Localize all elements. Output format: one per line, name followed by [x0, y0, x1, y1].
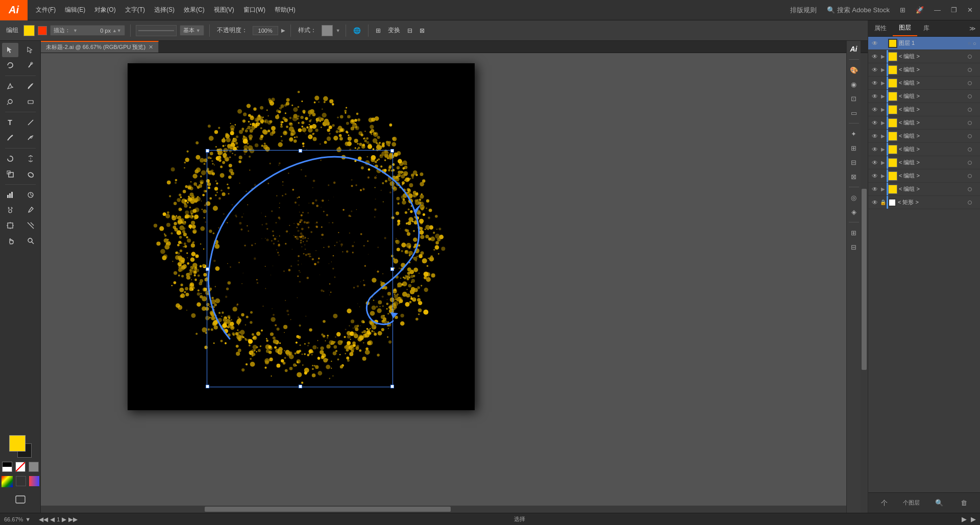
layer-4-dot[interactable] — [968, 108, 972, 112]
layer-10-eye[interactable]: 👁 — [870, 185, 879, 194]
layer-8-eye[interactable]: 👁 — [870, 158, 879, 167]
layer-9-eye[interactable]: 👁 — [870, 171, 879, 181]
canvas-scroll-v[interactable] — [861, 53, 868, 506]
warp-icon[interactable]: ⊟ — [405, 27, 414, 34]
brushes-icon[interactable]: ⊡ — [848, 92, 860, 105]
horizontal-scroll-thumb[interactable] — [205, 507, 451, 512]
opacity-input[interactable] — [253, 26, 278, 35]
vertical-scroll-thumb[interactable] — [862, 189, 867, 370]
layer-6-expand[interactable]: ▶ — [879, 132, 887, 141]
layer-item-7[interactable]: 👁 ▶ < 编组 > — [868, 143, 980, 156]
transform-icon2[interactable]: ⊠ — [848, 170, 860, 183]
screen-mode-btn[interactable] — [12, 492, 29, 507]
direct-selection-tool[interactable] — [22, 43, 39, 57]
layer-1-dot2[interactable] — [974, 68, 978, 72]
close-icon[interactable]: ✕ — [964, 4, 976, 16]
layer-2-dot[interactable] — [968, 81, 972, 85]
layers-tab[interactable]: 图层 — [893, 20, 917, 36]
warp-tool[interactable] — [22, 167, 39, 181]
type-tool[interactable]: T — [2, 115, 18, 130]
graphic-styles-icon[interactable]: ◈ — [848, 206, 860, 218]
slice-tool[interactable] — [22, 218, 39, 233]
main-layer-target[interactable]: ○ — [966, 40, 973, 47]
layer-6-eye[interactable]: 👁 — [870, 132, 879, 141]
layer-2-expand[interactable]: ▶ — [879, 79, 887, 88]
symbol-tool[interactable] — [2, 203, 18, 217]
data-graph-tool[interactable] — [22, 188, 39, 202]
rocket-icon[interactable]: 🚀 — [913, 4, 927, 16]
layer-item-4[interactable]: 👁 ▶ < 编组 > — [868, 103, 980, 116]
stroke-line-preview[interactable] — [136, 25, 177, 36]
layer-item-1[interactable]: 👁 ▶ < 编组 > — [868, 63, 980, 77]
search-layers-btn[interactable]: 🔍 — [933, 497, 945, 509]
layer-1-dot[interactable] — [968, 68, 972, 72]
menu-help[interactable]: 帮助(H) — [271, 4, 300, 16]
layer-4-dot2[interactable] — [974, 108, 978, 112]
layer-item-8[interactable]: 👁 ▶ < 编组 > — [868, 156, 980, 169]
fg-color-swatch[interactable] — [9, 435, 26, 452]
layer-7-expand[interactable]: ▶ — [879, 145, 887, 154]
layer-11-eye[interactable]: 👁 — [870, 198, 879, 207]
delete-layer-btn[interactable]: 🗑 — [959, 497, 969, 509]
layer-5-eye[interactable]: 👁 — [870, 118, 879, 128]
none-icon[interactable] — [16, 476, 26, 486]
layer-9-dot[interactable] — [968, 174, 972, 178]
layer-2-eye[interactable]: 👁 — [870, 79, 879, 88]
eraser-tool[interactable] — [22, 94, 39, 109]
swap-colors-icon[interactable] — [15, 462, 26, 472]
stroke-dropdown[interactable]: 描边： ▼ 0 px ▲▼ — [50, 25, 125, 36]
menu-window[interactable]: 窗口(W) — [239, 4, 270, 16]
rotate-tool[interactable] — [2, 152, 18, 166]
next-page-btn[interactable]: ▶▶ — [68, 516, 78, 523]
stroke-style-dropdown[interactable]: 基本 ▼ — [180, 25, 204, 36]
main-layer-item[interactable]: 👁 图层 1 ○ ○ — [868, 37, 980, 50]
paintbrush-tool[interactable] — [2, 131, 18, 145]
minimize-icon[interactable]: — — [931, 4, 944, 16]
panel-collapse-btn[interactable]: ≫ — [965, 25, 980, 32]
grid-view-icon[interactable]: ⊞ — [848, 227, 860, 239]
arrange-icon[interactable]: 排版规则 — [787, 4, 820, 17]
menu-object[interactable]: 对象(O) — [90, 4, 119, 16]
layer-11-lock[interactable]: 🔒 — [879, 198, 887, 207]
graph-tool[interactable] — [2, 188, 18, 202]
layer-0-dot2[interactable] — [974, 55, 978, 59]
grid-icon[interactable]: ⊞ — [897, 4, 909, 16]
blob-brush-tool[interactable] — [2, 94, 18, 109]
hand-tool[interactable] — [2, 234, 18, 248]
group-icon[interactable]: ⊠ — [418, 27, 427, 34]
canvas-scroll-h[interactable] — [41, 506, 861, 513]
layer-11-dot2[interactable] — [974, 201, 978, 205]
prev-page-btn[interactable]: ◀◀ — [39, 516, 48, 523]
style-swatch[interactable] — [322, 25, 333, 36]
swatches-icon[interactable]: ◉ — [848, 78, 860, 90]
style-arrow[interactable]: ▼ — [336, 28, 340, 33]
layer-2-dot2[interactable] — [974, 81, 978, 85]
layer-item-2[interactable]: 👁 ▶ < 编组 > — [868, 77, 980, 90]
layer-9-dot2[interactable] — [974, 174, 978, 178]
default-colors-icon[interactable] — [2, 462, 12, 472]
layer-1-expand[interactable]: ▶ — [879, 65, 887, 74]
layer-10-dot[interactable] — [968, 187, 972, 191]
zoom-tool[interactable] — [22, 234, 39, 248]
pen-tool[interactable] — [2, 79, 18, 93]
line-tool[interactable] — [22, 115, 39, 130]
library-tab[interactable]: 库 — [917, 21, 936, 36]
layer-5-dot2[interactable] — [974, 121, 978, 125]
layer-item-5[interactable]: 👁 ▶ < 编组 > — [868, 116, 980, 130]
stock-search-icon[interactable]: 🔍 搜索 Adobe Stock — [824, 4, 893, 17]
layer-item-9[interactable]: 👁 ▶ < 编组 > — [868, 169, 980, 183]
menu-view[interactable]: 视图(V) — [210, 4, 238, 16]
align-icon[interactable]: ⊞ — [848, 142, 860, 154]
layer-8-expand[interactable]: ▶ — [879, 158, 887, 167]
layer-0-eye[interactable]: 👁 — [870, 52, 879, 61]
zoom-arrow[interactable]: ▼ — [25, 516, 31, 522]
status-play-btn[interactable]: ▶ — [971, 515, 976, 523]
layer-9-expand[interactable]: ▶ — [879, 171, 887, 181]
layer-7-eye[interactable]: 👁 — [870, 145, 879, 154]
layer-4-expand[interactable]: ▶ — [879, 105, 887, 114]
menu-effect[interactable]: 效果(C) — [180, 4, 209, 16]
new-layer-btn[interactable]: 个 — [879, 496, 890, 510]
layer-3-dot2[interactable] — [974, 94, 978, 98]
layer-item-0[interactable]: 👁 ▶ < 编组 > — [868, 50, 980, 63]
layer-5-expand[interactable]: ▶ — [879, 118, 887, 128]
